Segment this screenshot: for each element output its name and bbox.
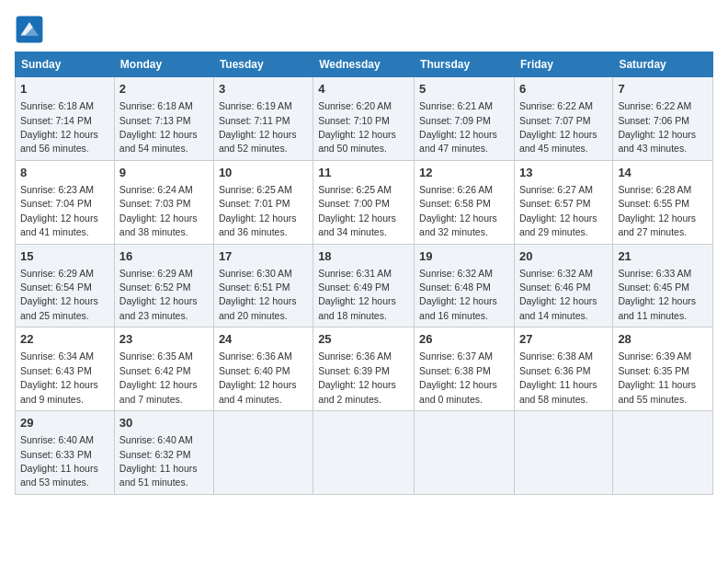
calendar-cell [313,411,415,495]
day-number: 21 [618,248,708,265]
calendar-week-3: 15 Sunrise: 6:29 AMSunset: 6:54 PMDaylig… [16,244,713,327]
day-info: Sunrise: 6:27 AMSunset: 6:57 PMDaylight:… [519,184,597,237]
weekday-header-sunday: Sunday [16,52,115,77]
day-info: Sunrise: 6:40 AMSunset: 6:33 PMDaylight:… [20,434,98,488]
day-number: 2 [119,81,209,98]
header [15,15,713,44]
logo [15,15,48,44]
day-info: Sunrise: 6:33 AMSunset: 6:45 PMDaylight:… [618,268,696,321]
calendar-cell [613,411,713,495]
day-number: 26 [419,331,509,348]
calendar-cell: 21 Sunrise: 6:33 AMSunset: 6:45 PMDaylig… [613,244,713,327]
day-number: 15 [20,248,109,265]
day-number: 3 [219,81,308,98]
day-info: Sunrise: 6:39 AMSunset: 6:35 PMDaylight:… [618,350,696,404]
day-number: 16 [119,248,209,265]
day-number: 24 [219,331,308,348]
day-info: Sunrise: 6:31 AMSunset: 6:49 PMDaylight:… [318,268,396,321]
day-number: 12 [419,165,509,181]
day-number: 19 [419,248,509,265]
day-number: 10 [219,165,308,181]
weekday-header-thursday: Thursday [415,52,515,77]
calendar-cell: 7 Sunrise: 6:22 AMSunset: 7:06 PMDayligh… [613,77,713,161]
day-info: Sunrise: 6:38 AMSunset: 6:36 PMDaylight:… [519,350,597,404]
day-info: Sunrise: 6:22 AMSunset: 7:07 PMDaylight:… [519,100,597,154]
day-number: 6 [519,81,608,98]
day-number: 25 [318,331,409,348]
calendar-cell: 3 Sunrise: 6:19 AMSunset: 7:11 PMDayligh… [213,77,313,161]
calendar-cell: 26 Sunrise: 6:37 AMSunset: 6:38 PMDaylig… [415,327,515,411]
calendar-cell: 13 Sunrise: 6:27 AMSunset: 6:57 PMDaylig… [514,160,612,244]
day-number: 20 [519,248,608,265]
weekday-header-monday: Monday [114,52,213,77]
weekday-header-tuesday: Tuesday [213,52,313,77]
day-info: Sunrise: 6:19 AMSunset: 7:11 PMDaylight:… [219,100,297,154]
day-info: Sunrise: 6:25 AMSunset: 7:01 PMDaylight:… [219,184,297,237]
logo-icon [15,15,44,44]
calendar-cell [213,411,313,495]
calendar-week-2: 8 Sunrise: 6:23 AMSunset: 7:04 PMDayligh… [16,160,713,244]
day-number: 23 [119,331,209,348]
day-info: Sunrise: 6:24 AMSunset: 7:03 PMDaylight:… [119,184,198,237]
day-number: 1 [20,81,109,98]
day-number: 18 [318,248,409,265]
day-number: 28 [618,331,708,348]
day-info: Sunrise: 6:32 AMSunset: 6:48 PMDaylight:… [419,268,497,321]
day-info: Sunrise: 6:29 AMSunset: 6:52 PMDaylight:… [119,268,198,321]
day-number: 14 [618,165,708,181]
day-info: Sunrise: 6:23 AMSunset: 7:04 PMDaylight:… [20,184,98,237]
calendar-cell: 10 Sunrise: 6:25 AMSunset: 7:01 PMDaylig… [213,160,313,244]
day-info: Sunrise: 6:35 AMSunset: 6:42 PMDaylight:… [119,350,198,404]
calendar-cell: 14 Sunrise: 6:28 AMSunset: 6:55 PMDaylig… [613,160,713,244]
day-number: 9 [119,165,209,181]
calendar-cell: 9 Sunrise: 6:24 AMSunset: 7:03 PMDayligh… [114,160,213,244]
calendar-cell: 5 Sunrise: 6:21 AMSunset: 7:09 PMDayligh… [415,77,515,161]
day-info: Sunrise: 6:21 AMSunset: 7:09 PMDaylight:… [419,100,497,154]
calendar-cell [514,411,612,495]
calendar-cell: 30 Sunrise: 6:40 AMSunset: 6:32 PMDaylig… [114,411,213,495]
calendar-cell: 1 Sunrise: 6:18 AMSunset: 7:14 PMDayligh… [16,77,115,161]
day-number: 4 [318,81,409,98]
weekday-header-saturday: Saturday [613,52,713,77]
calendar-cell: 23 Sunrise: 6:35 AMSunset: 6:42 PMDaylig… [114,327,213,411]
day-info: Sunrise: 6:34 AMSunset: 6:43 PMDaylight:… [20,350,98,404]
day-info: Sunrise: 6:25 AMSunset: 7:00 PMDaylight:… [318,184,396,237]
calendar-cell: 29 Sunrise: 6:40 AMSunset: 6:33 PMDaylig… [16,411,115,495]
calendar-cell: 18 Sunrise: 6:31 AMSunset: 6:49 PMDaylig… [313,244,415,327]
calendar-week-1: 1 Sunrise: 6:18 AMSunset: 7:14 PMDayligh… [16,77,713,161]
calendar-cell: 17 Sunrise: 6:30 AMSunset: 6:51 PMDaylig… [213,244,313,327]
day-info: Sunrise: 6:18 AMSunset: 7:14 PMDaylight:… [20,100,98,154]
day-info: Sunrise: 6:29 AMSunset: 6:54 PMDaylight:… [20,268,98,321]
day-info: Sunrise: 6:22 AMSunset: 7:06 PMDaylight:… [618,100,696,154]
calendar-header-row: SundayMondayTuesdayWednesdayThursdayFrid… [16,52,713,77]
weekday-header-friday: Friday [514,52,612,77]
day-info: Sunrise: 6:36 AMSunset: 6:39 PMDaylight:… [318,350,396,404]
day-info: Sunrise: 6:37 AMSunset: 6:38 PMDaylight:… [419,350,497,404]
day-number: 11 [318,165,409,181]
day-info: Sunrise: 6:36 AMSunset: 6:40 PMDaylight:… [219,350,297,404]
calendar-cell: 11 Sunrise: 6:25 AMSunset: 7:00 PMDaylig… [313,160,415,244]
day-number: 30 [119,415,209,431]
calendar-cell: 20 Sunrise: 6:32 AMSunset: 6:46 PMDaylig… [514,244,612,327]
weekday-header-wednesday: Wednesday [313,52,415,77]
calendar-cell: 28 Sunrise: 6:39 AMSunset: 6:35 PMDaylig… [613,327,713,411]
calendar-cell: 25 Sunrise: 6:36 AMSunset: 6:39 PMDaylig… [313,327,415,411]
day-number: 8 [20,165,109,181]
day-number: 5 [419,81,509,98]
day-info: Sunrise: 6:20 AMSunset: 7:10 PMDaylight:… [318,100,396,154]
calendar-week-4: 22 Sunrise: 6:34 AMSunset: 6:43 PMDaylig… [16,327,713,411]
calendar-cell: 8 Sunrise: 6:23 AMSunset: 7:04 PMDayligh… [16,160,115,244]
calendar-cell: 24 Sunrise: 6:36 AMSunset: 6:40 PMDaylig… [213,327,313,411]
calendar-cell: 15 Sunrise: 6:29 AMSunset: 6:54 PMDaylig… [16,244,115,327]
calendar-cell: 27 Sunrise: 6:38 AMSunset: 6:36 PMDaylig… [514,327,612,411]
calendar-body: 1 Sunrise: 6:18 AMSunset: 7:14 PMDayligh… [16,77,713,495]
calendar-cell: 19 Sunrise: 6:32 AMSunset: 6:48 PMDaylig… [415,244,515,327]
day-info: Sunrise: 6:18 AMSunset: 7:13 PMDaylight:… [119,100,198,154]
calendar-cell: 6 Sunrise: 6:22 AMSunset: 7:07 PMDayligh… [514,77,612,161]
day-number: 7 [618,81,708,98]
day-info: Sunrise: 6:32 AMSunset: 6:46 PMDaylight:… [519,268,597,321]
day-number: 13 [519,165,608,181]
day-number: 29 [20,415,109,431]
calendar-cell: 16 Sunrise: 6:29 AMSunset: 6:52 PMDaylig… [114,244,213,327]
calendar: SundayMondayTuesdayWednesdayThursdayFrid… [15,52,713,495]
